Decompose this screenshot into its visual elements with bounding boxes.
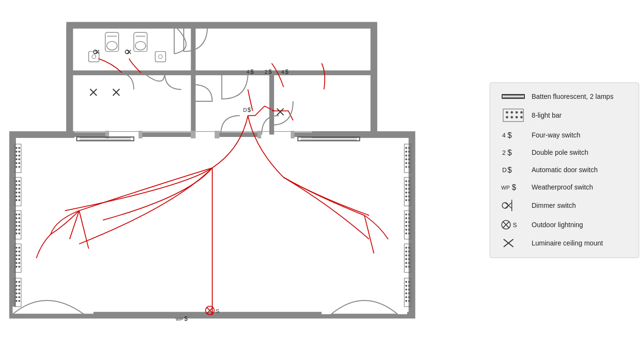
- svg-point-46: [15, 195, 17, 197]
- svg-point-202: [516, 111, 518, 113]
- svg-point-110: [408, 191, 410, 193]
- switch-doublepole: 2 $: [264, 68, 272, 75]
- legend-icon-dimmer: [499, 200, 528, 211]
- svg-point-62: [18, 232, 20, 234]
- svg-point-100: [405, 166, 407, 168]
- svg-point-86: [18, 296, 20, 298]
- svg-point-44: [15, 191, 17, 193]
- svg-point-51: [15, 213, 17, 215]
- svg-point-64: [15, 246, 17, 248]
- main-container: 4 $ 2 $ 4 $ D $: [0, 0, 644, 340]
- svg-point-29: [15, 154, 17, 156]
- toilet-2: [134, 32, 147, 51]
- svg-point-187: [107, 41, 117, 50]
- svg-point-32: [18, 158, 20, 160]
- svg-point-77: [15, 281, 17, 283]
- svg-point-68: [15, 254, 17, 256]
- svg-rect-17: [191, 131, 196, 138]
- legend-label-doublepole: Double pole switch: [532, 149, 589, 156]
- svg-point-112: [408, 195, 410, 197]
- svg-point-72: [15, 262, 17, 264]
- legend-item-fourway: 4 $ Four-way switch: [499, 130, 630, 140]
- svg-point-43: [18, 188, 20, 190]
- switch-fourway-2: 4 $: [281, 68, 288, 75]
- svg-point-195: [159, 54, 163, 58]
- svg-rect-189: [134, 32, 147, 51]
- legend-item-luminaire: Luminaire ceiling mount: [499, 238, 630, 248]
- svg-point-99: [408, 162, 410, 164]
- svg-text:S: S: [513, 221, 517, 229]
- svg-text:WP: WP: [176, 316, 183, 322]
- svg-point-108: [408, 188, 410, 190]
- luminaire-2: [113, 89, 120, 95]
- svg-point-136: [408, 258, 410, 260]
- svg-point-151: [408, 296, 410, 298]
- svg-point-148: [405, 292, 407, 294]
- svg-point-31: [15, 158, 17, 160]
- svg-rect-19: [258, 131, 261, 138]
- svg-point-206: [516, 116, 518, 118]
- svg-point-117: [408, 213, 410, 215]
- svg-text:$: $: [184, 315, 188, 322]
- legend-item-doublepole: 2 $ Double pole switch: [499, 148, 630, 157]
- svg-rect-196: [502, 95, 524, 98]
- svg-point-107: [405, 188, 407, 190]
- svg-point-111: [405, 195, 407, 197]
- svg-point-129: [405, 246, 407, 248]
- svg-point-124: [405, 229, 407, 231]
- svg-point-98: [405, 162, 407, 164]
- svg-rect-18: [215, 131, 219, 138]
- svg-point-216: [502, 203, 508, 208]
- svg-point-87: [15, 300, 17, 302]
- svg-point-61: [15, 232, 17, 234]
- svg-point-71: [18, 258, 20, 260]
- svg-point-33: [15, 162, 17, 164]
- svg-point-200: [506, 111, 508, 113]
- svg-point-28: [18, 150, 20, 152]
- svg-point-130: [408, 246, 410, 248]
- svg-point-132: [408, 250, 410, 252]
- svg-point-58: [18, 225, 20, 227]
- svg-point-103: [405, 180, 407, 182]
- svg-point-49: [18, 199, 20, 201]
- svg-rect-16: [138, 131, 142, 138]
- svg-point-121: [408, 221, 410, 223]
- legend-item-lightbar: 8-light bar: [499, 108, 630, 122]
- svg-point-79: [15, 285, 17, 286]
- legend-label-weatherproof: Weatherproof switch: [532, 183, 593, 191]
- svg-rect-20: [291, 131, 295, 138]
- svg-point-27: [15, 150, 17, 152]
- svg-point-135: [405, 258, 407, 260]
- svg-point-139: [405, 266, 407, 268]
- legend-item-weatherproof: WP $ Weatherproof switch: [499, 182, 630, 192]
- legend-item-autodoor: D $ Automatic door switch: [499, 165, 630, 175]
- sink-2: [155, 51, 166, 62]
- svg-point-25: [15, 147, 17, 149]
- legend-icon-luminaire: [499, 238, 528, 248]
- legend-panel: Batten fluorescent, 2 lamps 8-light bar: [490, 82, 639, 258]
- svg-text:$: $: [507, 131, 512, 139]
- svg-point-67: [18, 250, 20, 252]
- svg-text:$: $: [507, 166, 512, 174]
- toilet-1: [105, 32, 119, 51]
- svg-point-85: [15, 296, 17, 298]
- svg-point-153: [408, 300, 410, 302]
- legend-item-outdoor: S Outdoor lightning: [499, 219, 630, 231]
- svg-text:4: 4: [281, 68, 284, 74]
- svg-point-133: [405, 254, 407, 256]
- legend-label-outdoor: Outdoor lightning: [532, 221, 583, 229]
- svg-point-207: [521, 116, 523, 118]
- svg-text:$: $: [285, 68, 288, 75]
- legend-icon-lightbar: [499, 108, 528, 122]
- svg-point-193: [92, 54, 96, 58]
- svg-text:$: $: [507, 149, 512, 157]
- svg-point-203: [521, 111, 523, 113]
- svg-point-80: [18, 285, 20, 286]
- svg-text:$: $: [268, 68, 272, 75]
- switch-autodoor: D $: [243, 106, 251, 113]
- svg-point-145: [408, 285, 410, 286]
- svg-text:2: 2: [502, 149, 506, 156]
- svg-point-96: [405, 158, 407, 160]
- svg-point-106: [408, 184, 410, 186]
- svg-point-40: [15, 184, 17, 186]
